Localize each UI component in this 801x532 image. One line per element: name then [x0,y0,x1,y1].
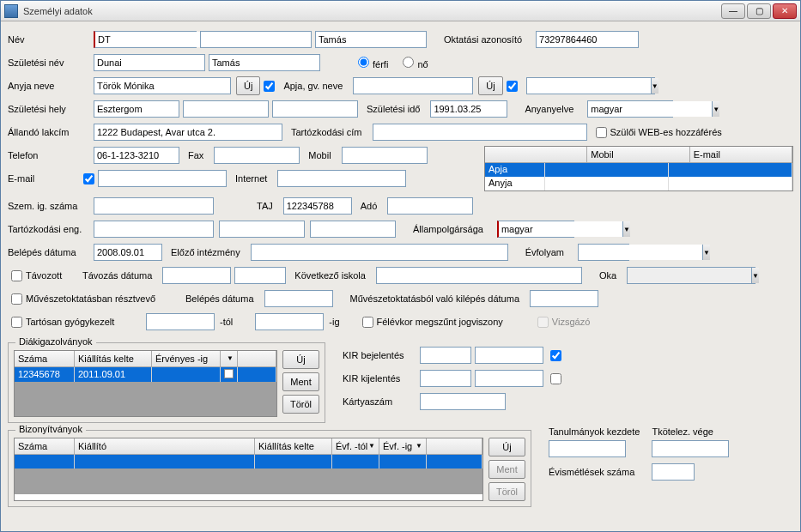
close-button[interactable]: ✕ [773,3,797,19]
tart-cim-input[interactable] [373,124,587,141]
radio-ferfi[interactable] [358,57,369,68]
biz-torol-button: Töröl [488,482,525,501]
tart-eng2-input[interactable] [219,221,305,238]
tan-kezdete-input[interactable] [549,440,626,457]
diak-ment-button[interactable]: Ment [282,372,319,391]
label-ado: Adó [361,201,378,211]
anyanyelve-combo[interactable]: ▼ [587,100,673,118]
kir-ki2-input[interactable] [475,370,543,387]
taj-input[interactable] [283,197,352,215]
label-szul-ido: Születési idő [367,104,420,114]
evfolyam-combo[interactable]: ▼ [578,244,629,261]
kartyaszam-input[interactable] [420,393,506,410]
szul-hely-input[interactable] [94,100,179,118]
label-lakcim: Állandó lakcím [8,127,94,137]
extra-check[interactable] [507,81,518,92]
maximize-button[interactable]: ▢ [747,3,771,19]
diak-grid[interactable]: Száma Kiállítás kelte Érvényes -ig ▼ 123… [14,350,277,417]
titlebar: Személyi adatok — ▢ ✕ [1,1,800,21]
muv-check[interactable] [11,293,22,305]
muv-belepes-input [264,290,333,307]
internet-input[interactable] [277,170,406,187]
allampolgar-combo[interactable]: ▼ [497,221,574,238]
radio-no[interactable] [403,57,414,68]
szuloi-web-check[interactable] [596,127,607,138]
label-belepes2: Belépés dátuma [185,293,254,304]
szul-keresztnev-input[interactable] [209,54,320,71]
contact-col-empty[interactable] [485,147,587,162]
contact-row-anyja[interactable]: Anyja [485,177,792,190]
apja-gv-input[interactable] [353,77,473,94]
label-evfolyam: Évfolyam [525,247,564,257]
chevron-down-icon[interactable]: ▼ [702,245,710,260]
diak-uj-button[interactable]: Új [282,350,319,369]
label-ferfi: férfi [373,59,388,70]
label-kir-be: KIR bejelentés [343,350,420,360]
label-tkotelez: Tkötelez. vége [652,426,729,437]
tavozas-extra-input [234,267,286,284]
label-anyja: Anyja neve [8,81,94,91]
szul-hely3-input[interactable] [272,100,358,118]
gyogy-tol-input [146,313,215,330]
label-kir-ki: KIR kijelentés [343,373,420,384]
extra-combo[interactable]: ▼ [526,77,655,94]
apja-gv-check[interactable] [264,81,275,92]
label-ig: -ig [329,317,339,327]
tkotelez-input[interactable] [652,440,729,457]
label-szemig: Szem. ig. száma [8,201,94,211]
diak-torol-button[interactable]: Töröl [282,395,319,414]
anyja-neve-input[interactable] [94,77,231,94]
evismetlesek-input[interactable] [652,463,695,481]
belepes-input[interactable] [94,244,162,261]
elozo-input[interactable] [251,244,508,261]
label-internet: Internet [235,173,267,184]
szemig-input[interactable] [94,197,214,215]
tavozott-check[interactable] [11,270,22,281]
szul-hely2-input[interactable] [183,100,269,118]
ado-input[interactable] [387,197,473,215]
kir-ki1-input[interactable] [420,370,471,387]
label-telefon: Telefon [8,150,94,160]
diak-row[interactable]: 12345678 2011.09.01 [15,367,276,382]
apja-uj-button[interactable]: Új [478,76,502,95]
prefix-combo[interactable]: ▼ [94,31,197,48]
label-gyogy: Tartósan gyógykezelt [26,317,146,327]
tart-eng-input[interactable] [94,221,214,238]
gyogy-check[interactable] [11,317,22,328]
mobil-input[interactable] [342,147,428,164]
email-input[interactable] [98,170,227,187]
biz-grid[interactable]: Száma Kiállító Kiállítás kelte Évf. -tól… [14,438,483,501]
szul-ido-input[interactable] [430,100,507,118]
oka-combo: ▼ [627,267,755,284]
biz-uj-button[interactable]: Új [488,438,525,456]
okt-azon-input[interactable] [536,31,639,48]
kir-be2-input[interactable] [475,347,543,364]
contact-row-apja[interactable]: Apja [485,163,792,177]
email-check[interactable] [83,173,94,184]
fax-input[interactable] [214,147,300,164]
contact-col-email[interactable]: E-mail [690,147,792,162]
keresztnev-input[interactable] [315,31,427,48]
tart-eng3-input[interactable] [310,221,396,238]
label-elozo: Előző intézmény [171,247,240,257]
telefon-input[interactable] [94,147,179,164]
chevron-down-icon[interactable]: ▼ [651,78,658,94]
biz-row-empty[interactable] [15,455,482,469]
chevron-down-icon[interactable]: ▼ [712,101,719,117]
lakcim-input[interactable] [94,124,282,141]
szul-vezeteknev-input[interactable] [94,54,205,71]
kir-be1-input[interactable] [420,347,471,364]
chevron-down-icon[interactable]: ▼ [622,221,630,237]
anyja-uj-button[interactable]: Új [236,76,260,95]
label-muv-kilepes: Művészetoktatásból való kilépés dátuma [350,293,520,304]
window-title: Személyi adatok [23,6,721,16]
kir-be-check[interactable] [550,350,561,361]
felev-check[interactable] [362,317,373,328]
minimize-button[interactable]: — [721,3,745,19]
chevron-down-icon: ▼ [751,268,759,283]
kir-ki-check[interactable] [550,373,561,384]
label-taj: TAJ [257,201,273,211]
vezeteknev-input[interactable] [200,31,312,48]
contact-col-mobil[interactable]: Mobil [587,147,689,162]
label-anyanyelve: Anyanyelve [525,104,573,114]
